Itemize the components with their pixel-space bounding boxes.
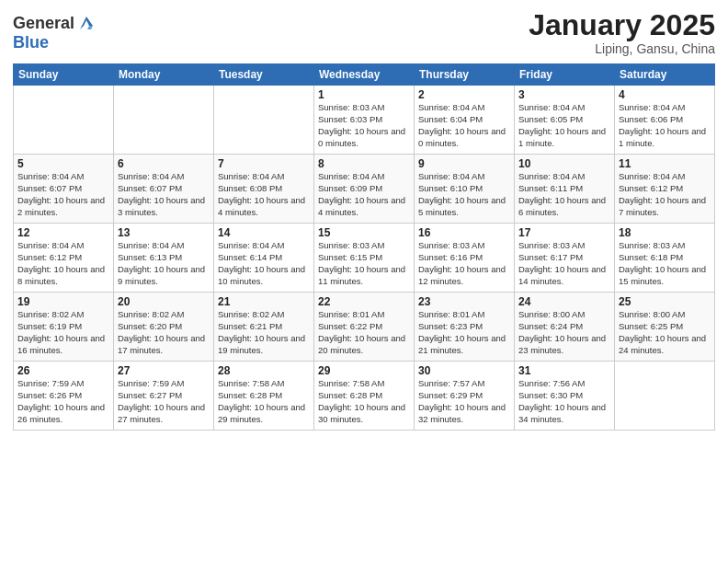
weekday-header-saturday: Saturday <box>615 64 715 86</box>
cell-info: Sunrise: 8:04 AM Sunset: 6:13 PM Dayligh… <box>118 240 210 287</box>
cell-content: 18Sunrise: 8:03 AM Sunset: 6:18 PM Dayli… <box>619 226 711 289</box>
calendar-cell <box>14 86 114 155</box>
cell-content: 24Sunrise: 8:00 AM Sunset: 6:24 PM Dayli… <box>518 295 610 358</box>
cell-info: Sunrise: 8:04 AM Sunset: 6:12 PM Dayligh… <box>619 171 711 218</box>
cell-content: 15Sunrise: 8:03 AM Sunset: 6:15 PM Dayli… <box>318 226 410 289</box>
day-number: 29 <box>318 364 410 377</box>
calendar-cell: 12Sunrise: 8:04 AM Sunset: 6:12 PM Dayli… <box>14 224 114 293</box>
cell-info: Sunrise: 8:02 AM Sunset: 6:21 PM Dayligh… <box>218 309 310 356</box>
cell-info: Sunrise: 8:02 AM Sunset: 6:19 PM Dayligh… <box>17 309 109 356</box>
cell-info: Sunrise: 8:04 AM Sunset: 6:14 PM Dayligh… <box>218 240 310 287</box>
day-number: 13 <box>118 226 210 239</box>
cell-content: 9Sunrise: 8:04 AM Sunset: 6:10 PM Daylig… <box>418 157 510 220</box>
cell-content: 25Sunrise: 8:00 AM Sunset: 6:25 PM Dayli… <box>619 295 711 358</box>
calendar-cell: 6Sunrise: 8:04 AM Sunset: 6:07 PM Daylig… <box>114 155 214 224</box>
weekday-header-monday: Monday <box>114 64 214 86</box>
cell-info: Sunrise: 8:00 AM Sunset: 6:25 PM Dayligh… <box>619 309 711 356</box>
day-number: 3 <box>518 88 610 101</box>
calendar-cell: 20Sunrise: 8:02 AM Sunset: 6:20 PM Dayli… <box>114 293 214 362</box>
title-block: January 2025 Liping, Gansu, China <box>529 9 715 56</box>
page-container: General Blue January 2025 Liping, Gansu,… <box>0 0 728 440</box>
calendar-cell: 4Sunrise: 8:04 AM Sunset: 6:06 PM Daylig… <box>615 86 715 155</box>
calendar-cell: 18Sunrise: 8:03 AM Sunset: 6:18 PM Dayli… <box>615 224 715 293</box>
month-title: January 2025 <box>529 9 715 41</box>
calendar-cell: 7Sunrise: 8:04 AM Sunset: 6:08 PM Daylig… <box>214 155 314 224</box>
cell-info: Sunrise: 8:01 AM Sunset: 6:22 PM Dayligh… <box>318 309 410 356</box>
cell-content: 14Sunrise: 8:04 AM Sunset: 6:14 PM Dayli… <box>218 226 310 289</box>
calendar-cell: 25Sunrise: 8:00 AM Sunset: 6:25 PM Dayli… <box>615 293 715 362</box>
calendar-cell: 9Sunrise: 8:04 AM Sunset: 6:10 PM Daylig… <box>415 155 515 224</box>
day-number: 17 <box>518 226 610 239</box>
cell-info: Sunrise: 7:56 AM Sunset: 6:30 PM Dayligh… <box>518 378 610 425</box>
cell-info: Sunrise: 7:58 AM Sunset: 6:28 PM Dayligh… <box>218 378 310 425</box>
header: General Blue January 2025 Liping, Gansu,… <box>13 9 715 56</box>
cell-info: Sunrise: 8:04 AM Sunset: 6:08 PM Dayligh… <box>218 171 310 218</box>
cell-info: Sunrise: 8:04 AM Sunset: 6:12 PM Dayligh… <box>17 240 109 287</box>
cell-info: Sunrise: 8:01 AM Sunset: 6:23 PM Dayligh… <box>418 309 510 356</box>
calendar-cell: 27Sunrise: 7:59 AM Sunset: 6:27 PM Dayli… <box>114 362 214 431</box>
day-number: 14 <box>218 226 310 239</box>
weekday-header-friday: Friday <box>515 64 615 86</box>
cell-info: Sunrise: 7:58 AM Sunset: 6:28 PM Dayligh… <box>318 378 410 425</box>
weekday-header-sunday: Sunday <box>14 64 114 86</box>
day-number: 15 <box>318 226 410 239</box>
day-number: 8 <box>318 157 410 170</box>
day-number: 10 <box>518 157 610 170</box>
day-number: 24 <box>518 295 610 308</box>
cell-content: 4Sunrise: 8:04 AM Sunset: 6:06 PM Daylig… <box>619 88 711 151</box>
day-number: 23 <box>418 295 510 308</box>
day-number: 12 <box>17 226 109 239</box>
cell-info: Sunrise: 8:03 AM Sunset: 6:15 PM Dayligh… <box>318 240 410 287</box>
cell-content: 23Sunrise: 8:01 AM Sunset: 6:23 PM Dayli… <box>418 295 510 358</box>
day-number: 2 <box>418 88 510 101</box>
calendar-cell: 30Sunrise: 7:57 AM Sunset: 6:29 PM Dayli… <box>415 362 515 431</box>
day-number: 25 <box>619 295 711 308</box>
day-number: 7 <box>218 157 310 170</box>
cell-content: 13Sunrise: 8:04 AM Sunset: 6:13 PM Dayli… <box>118 226 210 289</box>
cell-content: 30Sunrise: 7:57 AM Sunset: 6:29 PM Dayli… <box>418 364 510 427</box>
calendar-cell: 23Sunrise: 8:01 AM Sunset: 6:23 PM Dayli… <box>415 293 515 362</box>
cell-info: Sunrise: 8:04 AM Sunset: 6:10 PM Dayligh… <box>418 171 510 218</box>
calendar-week-row: 5Sunrise: 8:04 AM Sunset: 6:07 PM Daylig… <box>14 155 715 224</box>
cell-content: 10Sunrise: 8:04 AM Sunset: 6:11 PM Dayli… <box>518 157 610 220</box>
cell-content: 12Sunrise: 8:04 AM Sunset: 6:12 PM Dayli… <box>17 226 109 289</box>
weekday-header-tuesday: Tuesday <box>214 64 314 86</box>
cell-content: 17Sunrise: 8:03 AM Sunset: 6:17 PM Dayli… <box>518 226 610 289</box>
day-number: 30 <box>418 364 510 377</box>
cell-info: Sunrise: 8:03 AM Sunset: 6:18 PM Dayligh… <box>619 240 711 287</box>
cell-content: 21Sunrise: 8:02 AM Sunset: 6:21 PM Dayli… <box>218 295 310 358</box>
calendar-week-row: 26Sunrise: 7:59 AM Sunset: 6:26 PM Dayli… <box>14 362 715 431</box>
calendar-cell: 21Sunrise: 8:02 AM Sunset: 6:21 PM Dayli… <box>214 293 314 362</box>
calendar-cell: 29Sunrise: 7:58 AM Sunset: 6:28 PM Dayli… <box>314 362 415 431</box>
cell-content: 3Sunrise: 8:04 AM Sunset: 6:05 PM Daylig… <box>518 88 610 151</box>
calendar-cell <box>214 86 314 155</box>
day-number: 16 <box>418 226 510 239</box>
day-number: 11 <box>619 157 711 170</box>
svg-marker-1 <box>87 26 93 29</box>
cell-content: 7Sunrise: 8:04 AM Sunset: 6:08 PM Daylig… <box>218 157 310 220</box>
cell-info: Sunrise: 8:02 AM Sunset: 6:20 PM Dayligh… <box>118 309 210 356</box>
calendar-cell: 19Sunrise: 8:02 AM Sunset: 6:19 PM Dayli… <box>14 293 114 362</box>
calendar-cell: 22Sunrise: 8:01 AM Sunset: 6:22 PM Dayli… <box>314 293 415 362</box>
cell-content: 22Sunrise: 8:01 AM Sunset: 6:22 PM Dayli… <box>318 295 410 358</box>
cell-content: 26Sunrise: 7:59 AM Sunset: 6:26 PM Dayli… <box>17 364 109 427</box>
cell-info: Sunrise: 8:04 AM Sunset: 6:09 PM Dayligh… <box>318 171 410 218</box>
day-number: 22 <box>318 295 410 308</box>
cell-info: Sunrise: 8:04 AM Sunset: 6:11 PM Dayligh… <box>518 171 610 218</box>
calendar-cell: 2Sunrise: 8:04 AM Sunset: 6:04 PM Daylig… <box>415 86 515 155</box>
logo: General Blue <box>13 13 97 52</box>
calendar-cell: 28Sunrise: 7:58 AM Sunset: 6:28 PM Dayli… <box>214 362 314 431</box>
cell-info: Sunrise: 8:04 AM Sunset: 6:06 PM Dayligh… <box>619 102 711 149</box>
cell-content: 29Sunrise: 7:58 AM Sunset: 6:28 PM Dayli… <box>318 364 410 427</box>
day-number: 27 <box>118 364 210 377</box>
cell-content: 5Sunrise: 8:04 AM Sunset: 6:07 PM Daylig… <box>17 157 109 220</box>
calendar-cell: 5Sunrise: 8:04 AM Sunset: 6:07 PM Daylig… <box>14 155 114 224</box>
day-number: 18 <box>619 226 711 239</box>
day-number: 9 <box>418 157 510 170</box>
calendar-cell: 17Sunrise: 8:03 AM Sunset: 6:17 PM Dayli… <box>515 224 615 293</box>
weekday-header-row: SundayMondayTuesdayWednesdayThursdayFrid… <box>14 64 715 86</box>
day-number: 4 <box>619 88 711 101</box>
calendar-week-row: 19Sunrise: 8:02 AM Sunset: 6:19 PM Dayli… <box>14 293 715 362</box>
day-number: 6 <box>118 157 210 170</box>
cell-info: Sunrise: 7:59 AM Sunset: 6:26 PM Dayligh… <box>17 378 109 425</box>
